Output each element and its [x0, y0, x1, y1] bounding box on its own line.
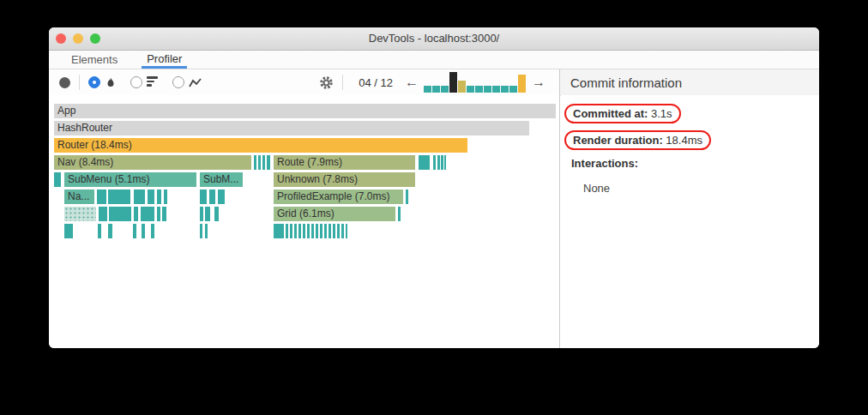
commit-selector-chart[interactable] [424, 72, 527, 93]
flame-bar-small[interactable] [444, 155, 446, 170]
commit-bar[interactable] [501, 86, 509, 93]
previous-commit-arrow-icon[interactable]: ← [400, 75, 424, 90]
flame-bar[interactable]: App [54, 104, 556, 118]
flame-bar-small[interactable] [148, 189, 154, 204]
flame-bar-small[interactable] [200, 224, 202, 238]
flame-bar-small[interactable] [200, 207, 203, 221]
flame-bar[interactable]: Router (18.4ms) [54, 138, 467, 153]
commit-bar[interactable] [458, 81, 466, 93]
flame-bar-small[interactable] [209, 189, 215, 204]
tab-profiler[interactable]: Profiler [142, 51, 187, 69]
commit-bar[interactable] [484, 86, 491, 93]
commit-navigator: 04 / 12 ← → [319, 72, 551, 93]
flame-bar-small[interactable] [267, 155, 270, 170]
next-commit-arrow-icon[interactable]: → [527, 75, 551, 90]
interactions-value: None [583, 182, 809, 195]
flame-bar-small[interactable] [205, 224, 208, 238]
toolbar-left: 04 / 12 ← → [49, 69, 560, 95]
flame-bar[interactable]: Grid (6.1ms) [274, 207, 395, 221]
render-duration-label: Render duration: [573, 134, 663, 147]
flame-bar-small[interactable] [134, 189, 145, 204]
flame-bar-small[interactable] [134, 207, 138, 221]
flame-bar-small[interactable] [99, 207, 107, 221]
flame-bar-small[interactable] [162, 207, 166, 221]
flame-bar[interactable]: ProfiledExample (7.0ms) [274, 189, 403, 204]
flame-bar[interactable]: SubM... [200, 172, 243, 187]
commit-index: 04 / 12 [359, 76, 393, 89]
flame-bar-small[interactable] [433, 155, 436, 170]
flame-bar-small[interactable] [133, 224, 136, 238]
committed-at-value: 3.1s [648, 107, 672, 120]
flame-bar[interactable]: Nav (8.4ms) [54, 155, 251, 170]
commit-bar[interactable] [424, 86, 431, 93]
flame-bar-small[interactable] [254, 155, 256, 170]
window-title: DevTools - localhost:3000/ [49, 27, 819, 50]
commit-bar[interactable] [518, 75, 526, 93]
commit-bar[interactable] [509, 86, 517, 93]
record-icon[interactable] [59, 77, 70, 88]
flame-bar-small[interactable] [164, 189, 167, 204]
screenshot-background: DevTools - localhost:3000/ Elements Prof… [0, 0, 868, 415]
flame-bar-small[interactable] [437, 155, 440, 170]
profiler-toolbar: 04 / 12 ← → Commit information [49, 69, 819, 96]
flame-bar-small[interactable] [214, 207, 219, 221]
ranked-radio[interactable] [130, 76, 142, 88]
flame-bar-small[interactable] [286, 224, 347, 238]
interactions-radio[interactable] [172, 76, 184, 88]
flame-bar[interactable]: SubMenu (5.1ms) [64, 172, 196, 187]
flame-bar-small[interactable] [98, 224, 101, 238]
commit-bar[interactable] [432, 86, 440, 93]
ranked-icon [147, 76, 159, 88]
flame-bar-small[interactable] [97, 189, 106, 204]
flame-bar-small[interactable] [108, 224, 112, 238]
flame-bar-small[interactable] [419, 155, 430, 170]
flame-bar-small[interactable] [258, 155, 261, 170]
flame-bar-small[interactable] [151, 224, 154, 238]
flame-bar-small[interactable] [406, 189, 408, 204]
tab-bar: Elements Profiler [49, 51, 819, 69]
committed-at-annotation: Committed at: 3.1s [564, 104, 681, 123]
toolbar-divider [79, 75, 80, 90]
commit-information-header: Commit information [560, 69, 819, 95]
commit-information-panel: Committed at: 3.1s Render duration: 18.4… [561, 95, 819, 348]
devtools-window: DevTools - localhost:3000/ Elements Prof… [49, 27, 819, 348]
tab-elements[interactable]: Elements [66, 51, 123, 69]
flame-bar[interactable]: Unknown (7.8ms) [274, 172, 415, 187]
flame-bar-small[interactable] [157, 189, 161, 204]
render-duration-annotation: Render duration: 18.4ms [564, 130, 711, 150]
commit-bar[interactable] [441, 86, 449, 93]
mode-interactions[interactable] [172, 76, 202, 88]
commit-bar[interactable] [475, 86, 483, 93]
flame-bar-small[interactable] [157, 207, 160, 221]
flamegraph-radio[interactable] [88, 76, 100, 88]
flame-icon [105, 76, 117, 89]
mode-ranked[interactable] [130, 76, 159, 88]
flame-bar-small[interactable] [141, 207, 154, 221]
title-bar: DevTools - localhost:3000/ [49, 27, 819, 51]
commit-bar[interactable] [467, 86, 474, 93]
flame-bar-small[interactable] [200, 189, 207, 204]
flame-bar[interactable]: HashRouter [54, 121, 529, 135]
flame-bar[interactable]: Route (7.9ms) [274, 155, 415, 170]
flame-chart: AppHashRouterRouter (18.4ms)Nav (8.4ms)R… [49, 95, 560, 348]
commit-bar[interactable] [492, 86, 500, 93]
flame-bar[interactable]: Na... [64, 189, 94, 204]
flame-bar-small[interactable] [142, 224, 145, 238]
flame-bar-small[interactable] [274, 224, 284, 238]
commit-bar[interactable] [449, 72, 457, 93]
flame-bar-small[interactable] [441, 155, 443, 170]
flame-bar-small[interactable] [109, 207, 131, 221]
flame-bar-small[interactable] [54, 172, 61, 187]
flame-bar-small[interactable] [205, 207, 210, 221]
flame-bar-small[interactable] [398, 207, 401, 221]
flame-bar-small[interactable] [218, 189, 225, 204]
flame-bar-small[interactable] [64, 224, 73, 238]
mode-flamegraph[interactable] [88, 76, 117, 89]
flame-bar-small[interactable] [262, 155, 265, 170]
flame-bar-small[interactable] [108, 189, 130, 204]
gear-icon[interactable] [319, 75, 334, 90]
render-duration-value: 18.4ms [663, 134, 702, 147]
committed-at-label: Committed at: [573, 107, 648, 120]
toolbar-divider [342, 75, 343, 90]
flame-bar-small[interactable] [64, 207, 96, 221]
